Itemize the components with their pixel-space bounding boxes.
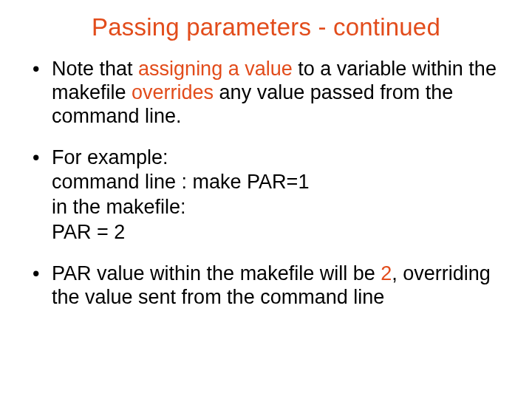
slide: Passing parameters - continued Note that… xyxy=(0,0,532,399)
bullet-2: For example: command line : make PAR=1 i… xyxy=(46,146,505,245)
bullet-3: PAR value within the makefile will be 2,… xyxy=(46,262,505,310)
example-line: command line : make PAR=1 xyxy=(52,171,505,194)
bullet-1: Note that assigning a value to a variabl… xyxy=(46,58,505,129)
keyword: overrides xyxy=(132,81,214,103)
keyword: assigning a value xyxy=(138,58,293,80)
example-line: in the makefile: xyxy=(52,196,505,219)
example-line: PAR = 2 xyxy=(52,221,505,245)
text-segment: PAR value within the makefile will be xyxy=(52,262,381,284)
slide-title: Passing parameters - continued xyxy=(27,13,505,41)
value-highlight: 2 xyxy=(381,262,392,284)
example-line: For example: xyxy=(52,146,505,170)
bullet-list: Note that assigning a value to a variabl… xyxy=(27,58,505,310)
text-segment: Note that xyxy=(52,58,138,80)
